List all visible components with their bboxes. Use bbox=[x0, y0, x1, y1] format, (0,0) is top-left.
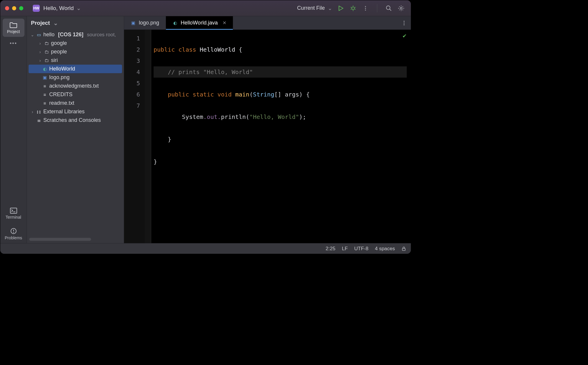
folder-icon: 🗀 bbox=[44, 41, 49, 46]
caret-position[interactable]: 2:25 bbox=[326, 246, 335, 252]
code-content[interactable]: public class HelloWorld { // prints "Hel… bbox=[151, 30, 411, 243]
chevron-down-icon: ⌄ bbox=[328, 5, 332, 12]
run-config-selector[interactable]: Current File ⌄ bbox=[297, 5, 332, 12]
chevron-right-icon: › bbox=[30, 109, 34, 114]
tree-root[interactable]: ⌄ ▭ hello [COS 126] sources root, bbox=[29, 30, 122, 39]
line-number: 5 bbox=[124, 78, 145, 89]
search-button[interactable] bbox=[385, 4, 393, 12]
file-label: readme.txt bbox=[49, 100, 74, 106]
indent-config[interactable]: 4 spaces bbox=[375, 246, 395, 252]
project-tool-label: Project bbox=[7, 29, 20, 34]
line-number: 1 bbox=[124, 33, 145, 44]
status-bar: 2:25 LF UTF-8 4 spaces bbox=[0, 243, 411, 254]
code-line: System.out.println("Hello, World"); bbox=[154, 111, 407, 122]
project-badge-icon: HW bbox=[33, 5, 40, 12]
tree-folder[interactable]: › 🗀 siri bbox=[29, 56, 122, 65]
image-file-icon: ▣ bbox=[131, 20, 136, 26]
terminal-tool-button[interactable]: Terminal bbox=[3, 205, 24, 222]
more-actions-button[interactable] bbox=[362, 4, 369, 12]
svg-marker-0 bbox=[339, 6, 343, 11]
tree-file-credits[interactable]: ≡ CREDITS bbox=[29, 90, 122, 99]
project-panel-header[interactable]: Project ⌄ bbox=[27, 16, 124, 30]
minimize-window-button[interactable] bbox=[12, 6, 16, 10]
tree-root-name: hello bbox=[43, 32, 55, 38]
folder-label: google bbox=[51, 40, 67, 46]
svg-line-4 bbox=[351, 7, 352, 7]
line-number: 6 bbox=[124, 89, 145, 100]
tab-more-button[interactable] bbox=[397, 16, 411, 30]
folder-label: people bbox=[51, 49, 67, 55]
tree-file-logo[interactable]: ▣ logo.png bbox=[29, 73, 122, 82]
file-label: logo.png bbox=[49, 74, 70, 81]
file-label: HelloWorld bbox=[49, 66, 75, 72]
close-window-button[interactable] bbox=[5, 6, 9, 10]
code-line: // prints "Hello, World" bbox=[154, 66, 407, 78]
problems-tool-button[interactable]: Problems bbox=[3, 225, 24, 243]
separator bbox=[377, 4, 377, 12]
project-tool-button[interactable]: Project bbox=[3, 19, 24, 37]
image-file-icon: ▣ bbox=[42, 75, 47, 80]
project-panel-title: Project bbox=[31, 20, 50, 26]
titlebar-actions: Current File ⌄ bbox=[297, 4, 406, 12]
svg-point-19 bbox=[403, 22, 404, 23]
svg-point-10 bbox=[365, 9, 366, 10]
tree-folder[interactable]: › 🗀 people bbox=[29, 48, 122, 56]
tab-logo[interactable]: ▣ logo.png bbox=[124, 16, 166, 30]
svg-rect-14 bbox=[10, 208, 17, 213]
tab-helloworld[interactable]: ◐ HelloWorld.java ✕ bbox=[166, 16, 233, 30]
editor-tabs: ▣ logo.png ◐ HelloWorld.java ✕ bbox=[124, 16, 411, 30]
tree-folder[interactable]: › 🗀 google bbox=[29, 39, 122, 48]
folder-icon: 🗀 bbox=[44, 58, 49, 63]
tree-file-ack[interactable]: ≡ acknowledgments.txt bbox=[29, 82, 122, 90]
run-button[interactable] bbox=[337, 4, 345, 12]
terminal-icon bbox=[10, 208, 17, 214]
tree-scratches[interactable]: ≣ Scratches and Consoles bbox=[29, 116, 122, 125]
line-number: 7 bbox=[124, 100, 145, 111]
more-tools-button[interactable]: ••• bbox=[10, 40, 17, 47]
code-line: } bbox=[154, 156, 407, 167]
ide-window: HW Hello, World ⌄ Current File ⌄ bbox=[0, 0, 411, 254]
svg-point-18 bbox=[403, 21, 404, 22]
folder-icon: 🗀 bbox=[44, 49, 49, 54]
file-encoding[interactable]: UTF-8 bbox=[354, 246, 368, 252]
close-tab-button[interactable]: ✕ bbox=[223, 20, 226, 26]
ext-lib-label: External Libraries bbox=[43, 109, 85, 115]
java-class-icon: ◐ bbox=[172, 20, 178, 26]
zoom-window-button[interactable] bbox=[19, 6, 23, 10]
code-line: public static void main(String[] args) { bbox=[154, 89, 407, 100]
library-icon: ⫿⫿ bbox=[36, 109, 42, 114]
tab-label: HelloWorld.java bbox=[181, 20, 218, 26]
folder-label: siri bbox=[51, 57, 58, 63]
debug-button[interactable] bbox=[349, 4, 357, 12]
settings-button[interactable] bbox=[397, 4, 405, 12]
tree-file-helloworld[interactable]: ◐ HelloWorld bbox=[29, 65, 122, 73]
readonly-lock-icon[interactable] bbox=[401, 246, 406, 251]
project-name[interactable]: Hello, World ⌄ bbox=[43, 5, 81, 12]
gutter-divider bbox=[145, 30, 151, 243]
tree-file-readme[interactable]: ≡ readme.txt bbox=[29, 99, 122, 107]
project-name-label: Hello, World bbox=[43, 5, 74, 11]
svg-rect-21 bbox=[402, 248, 405, 251]
tree-external-libraries[interactable]: › ⫿⫿ External Libraries bbox=[29, 107, 122, 116]
editor-area: ▣ logo.png ◐ HelloWorld.java ✕ 1 2 3 bbox=[124, 16, 411, 243]
code-editor[interactable]: 1 2 3 4 5 6 7 public class HelloWorld { … bbox=[124, 30, 411, 243]
folder-icon bbox=[10, 22, 17, 28]
problems-tool-label: Problems bbox=[5, 235, 22, 240]
svg-line-7 bbox=[355, 9, 356, 9]
svg-line-12 bbox=[390, 9, 391, 11]
analysis-ok-icon[interactable]: ✔ bbox=[402, 33, 407, 39]
project-tree[interactable]: ⌄ ▭ hello [COS 126] sources root, › 🗀 go… bbox=[27, 30, 124, 237]
svg-point-8 bbox=[365, 6, 366, 7]
text-file-icon: ≡ bbox=[42, 101, 47, 106]
svg-line-5 bbox=[355, 7, 356, 7]
line-number-gutter: 1 2 3 4 5 6 7 bbox=[124, 30, 145, 243]
tree-root-bracket: [COS 126] bbox=[58, 32, 83, 38]
horizontal-scrollbar[interactable] bbox=[29, 238, 91, 241]
scratches-label: Scratches and Consoles bbox=[43, 117, 101, 123]
problems-icon bbox=[10, 228, 17, 234]
code-line bbox=[154, 179, 407, 190]
window-controls bbox=[5, 6, 23, 10]
line-ending[interactable]: LF bbox=[342, 246, 348, 252]
chevron-right-icon: › bbox=[38, 50, 42, 54]
tree-root-meta: sources root, bbox=[87, 32, 116, 38]
